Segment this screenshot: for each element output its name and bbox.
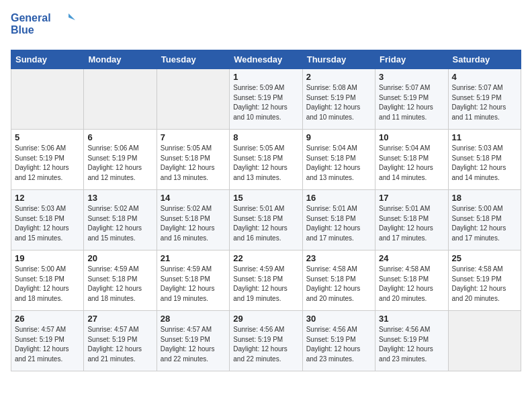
- day-number: 31: [379, 314, 444, 324]
- svg-text:Blue: Blue: [11, 24, 34, 36]
- day-number: 5: [15, 132, 80, 142]
- calendar-cell: 7Sunrise: 5:05 AM Sunset: 5:18 PM Daylig…: [157, 130, 229, 190]
- day-info: Sunrise: 4:56 AM Sunset: 5:19 PM Dayligh…: [306, 325, 371, 364]
- day-info: Sunrise: 5:01 AM Sunset: 5:18 PM Dayligh…: [233, 204, 298, 243]
- day-number: 10: [379, 132, 444, 142]
- day-number: 17: [379, 193, 444, 203]
- day-header-saturday: Saturday: [448, 50, 521, 69]
- day-info: Sunrise: 5:01 AM Sunset: 5:18 PM Dayligh…: [379, 204, 444, 243]
- day-header-monday: Monday: [84, 50, 157, 69]
- day-info: Sunrise: 5:08 AM Sunset: 5:19 PM Dayligh…: [306, 83, 371, 122]
- day-info: Sunrise: 5:00 AM Sunset: 5:18 PM Dayligh…: [452, 204, 517, 243]
- day-info: Sunrise: 4:56 AM Sunset: 5:19 PM Dayligh…: [379, 325, 444, 364]
- calendar-header: SundayMondayTuesdayWednesdayThursdayFrid…: [11, 50, 521, 69]
- calendar-cell: 20Sunrise: 4:59 AM Sunset: 5:18 PM Dayli…: [84, 250, 157, 311]
- calendar-cell: 27Sunrise: 4:57 AM Sunset: 5:19 PM Dayli…: [84, 311, 157, 371]
- day-number: 21: [161, 253, 226, 263]
- day-number: 28: [161, 314, 226, 324]
- page-header: General Blue: [11, 11, 521, 42]
- svg-marker-2: [69, 13, 75, 20]
- day-info: Sunrise: 5:07 AM Sunset: 5:19 PM Dayligh…: [452, 83, 517, 122]
- calendar-cell: 18Sunrise: 5:00 AM Sunset: 5:18 PM Dayli…: [448, 190, 521, 250]
- day-info: Sunrise: 5:03 AM Sunset: 5:18 PM Dayligh…: [452, 144, 517, 183]
- calendar-week-2: 5Sunrise: 5:06 AM Sunset: 5:19 PM Daylig…: [11, 130, 521, 190]
- day-info: Sunrise: 5:04 AM Sunset: 5:18 PM Dayligh…: [379, 144, 444, 183]
- calendar-cell: 30Sunrise: 4:56 AM Sunset: 5:19 PM Dayli…: [302, 311, 375, 371]
- day-info: Sunrise: 5:02 AM Sunset: 5:18 PM Dayligh…: [87, 204, 152, 243]
- logo-text: General Blue: [11, 11, 85, 42]
- calendar-cell: 10Sunrise: 5:04 AM Sunset: 5:18 PM Dayli…: [375, 130, 448, 190]
- day-number: 6: [87, 132, 152, 142]
- day-info: Sunrise: 4:58 AM Sunset: 5:18 PM Dayligh…: [306, 265, 371, 304]
- calendar-cell: 29Sunrise: 4:56 AM Sunset: 5:19 PM Dayli…: [230, 311, 302, 371]
- day-number: 9: [306, 132, 371, 142]
- calendar-body: 1Sunrise: 5:09 AM Sunset: 5:19 PM Daylig…: [11, 69, 521, 371]
- calendar-table: SundayMondayTuesdayWednesdayThursdayFrid…: [11, 50, 521, 371]
- day-info: Sunrise: 5:09 AM Sunset: 5:19 PM Dayligh…: [233, 83, 298, 122]
- day-info: Sunrise: 5:02 AM Sunset: 5:18 PM Dayligh…: [161, 204, 226, 243]
- calendar-week-5: 26Sunrise: 4:57 AM Sunset: 5:19 PM Dayli…: [11, 311, 521, 371]
- day-number: 18: [452, 193, 517, 203]
- calendar-cell: 2Sunrise: 5:08 AM Sunset: 5:19 PM Daylig…: [302, 69, 375, 130]
- calendar-cell: 26Sunrise: 4:57 AM Sunset: 5:19 PM Dayli…: [11, 311, 84, 371]
- day-number: 22: [233, 253, 298, 263]
- calendar-cell: 31Sunrise: 4:56 AM Sunset: 5:19 PM Dayli…: [375, 311, 448, 371]
- day-number: 29: [233, 314, 298, 324]
- day-info: Sunrise: 5:06 AM Sunset: 5:19 PM Dayligh…: [87, 144, 152, 183]
- day-info: Sunrise: 5:05 AM Sunset: 5:18 PM Dayligh…: [161, 144, 226, 183]
- day-info: Sunrise: 4:58 AM Sunset: 5:18 PM Dayligh…: [379, 265, 444, 304]
- day-info: Sunrise: 4:59 AM Sunset: 5:18 PM Dayligh…: [233, 265, 298, 304]
- calendar-cell: 25Sunrise: 4:58 AM Sunset: 5:19 PM Dayli…: [448, 250, 521, 311]
- day-info: Sunrise: 5:04 AM Sunset: 5:18 PM Dayligh…: [306, 144, 371, 183]
- day-number: 27: [87, 314, 152, 324]
- day-number: 1: [233, 72, 298, 82]
- svg-text:General: General: [11, 12, 51, 24]
- calendar-cell: 12Sunrise: 5:03 AM Sunset: 5:18 PM Dayli…: [11, 190, 84, 250]
- day-info: Sunrise: 4:57 AM Sunset: 5:19 PM Dayligh…: [87, 325, 152, 364]
- calendar-cell: 11Sunrise: 5:03 AM Sunset: 5:18 PM Dayli…: [448, 130, 521, 190]
- day-number: 2: [306, 72, 371, 82]
- day-info: Sunrise: 4:57 AM Sunset: 5:19 PM Dayligh…: [15, 325, 80, 364]
- day-number: 15: [233, 193, 298, 203]
- day-info: Sunrise: 4:59 AM Sunset: 5:18 PM Dayligh…: [87, 265, 152, 304]
- day-number: 20: [87, 253, 152, 263]
- day-info: Sunrise: 5:00 AM Sunset: 5:18 PM Dayligh…: [15, 265, 80, 304]
- day-info: Sunrise: 5:06 AM Sunset: 5:19 PM Dayligh…: [15, 144, 80, 183]
- calendar-cell: 16Sunrise: 5:01 AM Sunset: 5:18 PM Dayli…: [302, 190, 375, 250]
- calendar-cell: 5Sunrise: 5:06 AM Sunset: 5:19 PM Daylig…: [11, 130, 84, 190]
- calendar-cell: 24Sunrise: 4:58 AM Sunset: 5:18 PM Dayli…: [375, 250, 448, 311]
- day-info: Sunrise: 4:59 AM Sunset: 5:18 PM Dayligh…: [161, 265, 226, 304]
- calendar-cell: 23Sunrise: 4:58 AM Sunset: 5:18 PM Dayli…: [302, 250, 375, 311]
- day-info: Sunrise: 5:07 AM Sunset: 5:19 PM Dayligh…: [379, 83, 444, 122]
- calendar-cell: [157, 69, 229, 130]
- day-number: 11: [452, 132, 517, 142]
- day-header-thursday: Thursday: [302, 50, 375, 69]
- calendar-cell: 6Sunrise: 5:06 AM Sunset: 5:19 PM Daylig…: [84, 130, 157, 190]
- calendar-cell: [84, 69, 157, 130]
- days-of-week-row: SundayMondayTuesdayWednesdayThursdayFrid…: [11, 50, 521, 69]
- day-number: 12: [15, 193, 80, 203]
- day-info: Sunrise: 4:58 AM Sunset: 5:19 PM Dayligh…: [452, 265, 517, 304]
- calendar-week-3: 12Sunrise: 5:03 AM Sunset: 5:18 PM Dayli…: [11, 190, 521, 250]
- day-number: 13: [87, 193, 152, 203]
- calendar-week-1: 1Sunrise: 5:09 AM Sunset: 5:19 PM Daylig…: [11, 69, 521, 130]
- calendar-cell: 9Sunrise: 5:04 AM Sunset: 5:18 PM Daylig…: [302, 130, 375, 190]
- day-header-tuesday: Tuesday: [157, 50, 229, 69]
- calendar-cell: 28Sunrise: 4:57 AM Sunset: 5:19 PM Dayli…: [157, 311, 229, 371]
- calendar-cell: 15Sunrise: 5:01 AM Sunset: 5:18 PM Dayli…: [230, 190, 302, 250]
- day-number: 8: [233, 132, 298, 142]
- calendar-cell: [448, 311, 521, 371]
- calendar-cell: [11, 69, 84, 130]
- calendar-cell: 22Sunrise: 4:59 AM Sunset: 5:18 PM Dayli…: [230, 250, 302, 311]
- day-number: 3: [379, 72, 444, 82]
- day-info: Sunrise: 5:01 AM Sunset: 5:18 PM Dayligh…: [306, 204, 371, 243]
- logo-svg: General Blue: [11, 11, 85, 39]
- calendar-week-4: 19Sunrise: 5:00 AM Sunset: 5:18 PM Dayli…: [11, 250, 521, 311]
- logo: General Blue: [11, 11, 85, 42]
- day-info: Sunrise: 4:56 AM Sunset: 5:19 PM Dayligh…: [233, 325, 298, 364]
- calendar-cell: 17Sunrise: 5:01 AM Sunset: 5:18 PM Dayli…: [375, 190, 448, 250]
- day-number: 14: [161, 193, 226, 203]
- day-number: 4: [452, 72, 517, 82]
- day-info: Sunrise: 4:57 AM Sunset: 5:19 PM Dayligh…: [161, 325, 226, 364]
- calendar-cell: 19Sunrise: 5:00 AM Sunset: 5:18 PM Dayli…: [11, 250, 84, 311]
